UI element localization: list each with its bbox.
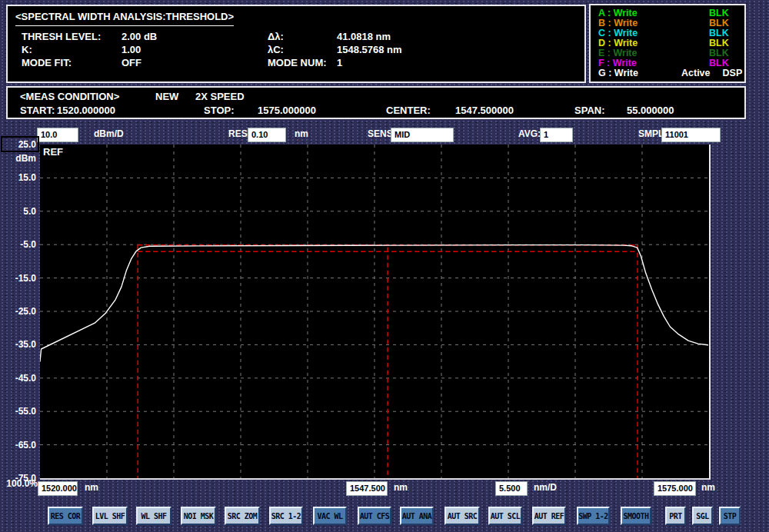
center-label: CENTER:: [386, 105, 431, 116]
trace-active-label: Active: [681, 68, 723, 78]
trace-status-panel: A : WriteBLKB : WriteBLKC : WriteBLKD : …: [589, 4, 746, 83]
x-center-unit: nm: [394, 482, 408, 493]
res-input[interactable]: 0.10: [248, 128, 286, 142]
y-tick-label: 15.0: [1, 171, 36, 184]
delta-lambda-value: 41.0818 nm: [337, 31, 391, 42]
lambda-c-value: 1548.5768 nm: [337, 44, 402, 55]
trace-active-label: [681, 48, 709, 58]
mode-num-value: 1: [337, 57, 342, 68]
trace-active-label: [681, 8, 709, 18]
ref-marker-label: REF: [43, 146, 63, 158]
k-value: 1.00: [122, 44, 141, 55]
analysis-panel: <SPECTRAL WIDTH ANALYSIS:THRESHOLD> THRE…: [6, 5, 586, 83]
toolbar-button-vac-wl[interactable]: VAC WL: [313, 507, 347, 525]
lambda-c-label: λC:: [268, 44, 284, 55]
mode-num-label: MODE NUM:: [268, 57, 327, 68]
delta-lambda-label: Δλ:: [268, 31, 284, 42]
toolbar-button-prt[interactable]: PRT: [665, 507, 686, 525]
trace-row-g: G : WriteActiveDSP: [598, 68, 738, 78]
smpl-input[interactable]: 11001: [661, 128, 721, 142]
x-scale-input[interactable]: 5.500: [495, 481, 528, 496]
toolbar-button-src-1-2[interactable]: SRC 1-2: [269, 507, 303, 525]
y-tick-label: -45.0: [1, 372, 36, 384]
y-tick-label: 5.0: [1, 205, 36, 218]
x-stop-input[interactable]: 1575.000: [654, 481, 696, 496]
mode-fit-label: MODE FIT:: [22, 57, 72, 68]
y-tick-label: -55.0: [1, 405, 36, 417]
toolbar-button-res-cor[interactable]: RES COR: [48, 507, 83, 525]
y-tick-label: -65.0: [1, 439, 36, 451]
toolbar-button-aut-src[interactable]: AUT SRC: [444, 507, 480, 525]
y-tick-label: -25.0: [1, 305, 36, 318]
osa-screen: { "analysis_panel": { "title": "<SPECTRA…: [0, 0, 769, 532]
stop-value: 1575.000000: [258, 105, 316, 116]
span-label: SPAN:: [574, 105, 604, 116]
x-start-unit: nm: [85, 482, 98, 493]
toolbar-button-swp-1-2[interactable]: SWP 1-2: [577, 507, 610, 525]
center-value: 1547.500000: [455, 105, 514, 116]
toolbar-button-aut-ref[interactable]: AUT REF: [532, 507, 566, 525]
toolbar-button-stp[interactable]: STP: [719, 507, 741, 525]
meas-speed-value: 2X SPEED: [195, 91, 245, 102]
x-scale-unit: nm/D: [534, 482, 557, 493]
trace-active-label: [681, 18, 709, 28]
y-tick-label: -15.0: [1, 272, 36, 284]
thresh-level-label: THRESH LEVEL:: [22, 31, 101, 42]
avg-input[interactable]: 1: [540, 128, 573, 142]
y-tick-label: -5.0: [1, 238, 36, 251]
toolbar-button-smooth[interactable]: SMOOTH: [621, 507, 651, 525]
avg-label: AVG:: [518, 128, 541, 139]
stop-label: STOP:: [204, 105, 235, 116]
x-stop-unit: nm: [701, 482, 715, 493]
span-value: 55.000000: [627, 105, 674, 116]
trace-active-label: [681, 28, 709, 38]
spectrum-plot: REF: [40, 145, 711, 480]
toolbar-button-src-zom[interactable]: SRC ZOM: [225, 507, 260, 525]
spectrum-chart-canvas: REF: [40, 145, 709, 478]
y-tick-label: -35.0: [1, 338, 36, 351]
k-label: K:: [22, 44, 32, 55]
meas-condition-panel: <MEAS CONDITION> NEW 2X SPEED START: 152…: [6, 86, 746, 119]
toolbar-button-aut-cfs[interactable]: AUT CFS: [358, 507, 391, 525]
toolbar-button-lvl-shf[interactable]: LVL SHF: [92, 507, 128, 525]
toolbar-button-wl-shf[interactable]: WL SHF: [136, 507, 171, 525]
toolbar-button-aut-ana[interactable]: AUT ANA: [400, 507, 434, 525]
res-unit: nm: [295, 128, 308, 139]
ref-level-field[interactable]: 25.0: [1, 136, 39, 152]
level-scale-unit: dBm/D: [94, 128, 124, 139]
y-axis-unit-label: dBm: [1, 152, 36, 165]
toolbar-button-noi-msk[interactable]: NOI MSK: [181, 507, 216, 525]
trace-active-label: [681, 38, 709, 48]
toolbar-button-sgl[interactable]: SGL: [692, 507, 713, 525]
thresh-level-value: 2.00 dB: [122, 31, 157, 42]
trace-status: DSP: [723, 68, 752, 78]
x-start-input[interactable]: 1520.000: [38, 481, 78, 496]
x-center-input[interactable]: 1547.500: [346, 481, 388, 496]
analysis-title: <SPECTRAL WIDTH ANALYSIS:THRESHOLD>: [15, 11, 234, 26]
meas-mode-value: NEW: [155, 91, 178, 102]
y-axis-bottom-percent-label: 100.0%: [1, 477, 38, 490]
level-scale-input[interactable]: 10.0: [37, 128, 78, 142]
toolbar-button-aut-scl[interactable]: AUT SCL: [488, 507, 522, 525]
meas-condition-title: <MEAS CONDITION>: [20, 91, 119, 102]
sens-input[interactable]: MID: [391, 128, 454, 142]
trace-name: G : Write: [598, 68, 681, 78]
start-value: 1520.000000: [57, 105, 115, 116]
start-label: START:: [20, 105, 55, 116]
mode-fit-value: OFF: [122, 57, 141, 68]
